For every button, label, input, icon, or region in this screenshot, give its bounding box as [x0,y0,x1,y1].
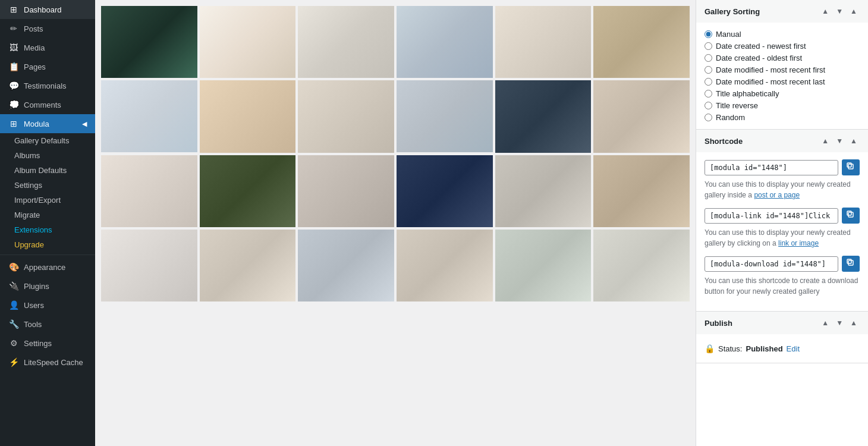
svg-rect-4 [848,260,853,265]
gallery-item[interactable] [101,80,197,152]
sidebar-item-litespeed[interactable]: ⚡ LiteSpeed Cache [0,353,95,372]
sidebar-subitem-extensions[interactable]: Extensions [0,222,95,237]
tools-icon: 🔧 [8,319,19,329]
media-icon: 🖼 [8,43,19,52]
gallery-item[interactable] [397,6,493,78]
sorting-collapse-btn[interactable]: ▲ [848,6,860,17]
download-shortcode-desc: You can use this shortcode to create a d… [705,275,860,297]
link-shortcode-link[interactable]: link or image [778,239,819,247]
sidebar-item-appearance[interactable]: 🎨 Appearance [0,257,95,277]
gallery-item[interactable] [593,6,690,78]
link-shortcode-copy-btn[interactable] [842,208,860,224]
gallery-item[interactable] [495,6,592,78]
sidebar-subitem-settings[interactable]: Settings [0,178,95,193]
sort-title-reverse[interactable]: Title reverse [705,101,860,110]
sidebar-subitem-import-export[interactable]: Import/Export [0,193,95,208]
basic-shortcode-field [705,159,860,175]
sidebar-subitem-album-defaults[interactable]: Album Defaults [0,163,95,178]
sidebar-item-posts[interactable]: ✏ Posts [0,19,95,38]
gallery-item[interactable] [200,155,296,227]
gallery-sorting-content: Manual Date created - newest first Date … [696,23,868,129]
svg-rect-3 [847,211,851,215]
sidebar-item-users[interactable]: 👤 Users [0,296,95,315]
gallery-item[interactable] [495,80,592,152]
sorting-down-btn[interactable]: ▼ [834,6,845,17]
sidebar-subitem-migrate[interactable]: Migrate [0,208,95,222]
sidebar-item-comments[interactable]: 💭 Comments [0,95,95,114]
shortcode-collapse-btn[interactable]: ▲ [848,136,860,146]
publish-edit-link[interactable]: Edit [787,344,800,353]
sidebar-item-pages[interactable]: 📋 Pages [0,57,95,76]
sidebar-item-dashboard[interactable]: ⊞ Dashboard [0,0,95,19]
sort-date-mod-recent[interactable]: Date modified - most recent first [705,65,860,74]
gallery-item[interactable] [298,155,394,227]
basic-shortcode-link[interactable]: post or a page [754,191,800,199]
modula-icon: ⊞ [8,119,19,128]
gallery-item[interactable] [593,80,690,152]
basic-shortcode-copy-btn[interactable] [842,159,860,175]
gallery-item[interactable] [495,155,592,227]
shortcode-up-btn[interactable]: ▲ [819,136,831,146]
sidebar-subitem-albums[interactable]: Albums [0,148,95,163]
publish-up-btn[interactable]: ▲ [819,318,831,328]
gallery-item[interactable] [298,6,394,78]
sidebar-subitem-upgrade[interactable]: Upgrade [0,237,95,252]
gallery-sorting-title: Gallery Sorting [705,7,760,16]
gallery-item[interactable] [101,155,197,227]
publish-down-btn[interactable]: ▼ [834,318,845,328]
sort-random[interactable]: Random [705,113,860,122]
testimonials-icon: 💬 [8,81,19,90]
posts-icon: ✏ [8,24,19,33]
sorting-controls: ▲ ▼ ▲ [819,6,860,17]
gallery-item[interactable] [200,80,296,152]
gallery-item[interactable] [101,230,197,301]
sidebar-item-settings[interactable]: ⚙ Settings [0,334,95,353]
sidebar-item-media[interactable]: 🖼 Media [0,38,95,57]
gallery-sorting-header[interactable]: Gallery Sorting ▲ ▼ ▲ [696,0,868,23]
gallery-item[interactable] [200,230,296,301]
download-shortcode-copy-btn[interactable] [842,256,860,272]
gallery-item[interactable] [397,155,493,227]
download-shortcode-input[interactable] [705,256,838,272]
sort-title-alpha[interactable]: Title alphabetically [705,89,860,98]
link-shortcode-field [705,208,860,224]
gallery-grid [101,6,690,301]
sorting-up-btn[interactable]: ▲ [819,6,831,17]
sidebar-item-plugins[interactable]: 🔌 Plugins [0,277,95,296]
svg-rect-0 [848,164,853,169]
sort-date-mod-last[interactable]: Date modified - most recent last [705,77,860,86]
gallery-item[interactable] [593,155,690,227]
users-icon: 👤 [8,300,19,310]
status-label: Status: [718,344,742,353]
litespeed-icon: ⚡ [8,357,19,367]
publish-header[interactable]: Publish ▲ ▼ ▲ [696,312,868,334]
sort-date-oldest[interactable]: Date created - oldest first [705,54,860,62]
gallery-item[interactable] [298,230,394,301]
sidebar-item-modula[interactable]: ⊞ Modula ◀ [0,114,95,133]
shortcode-header[interactable]: Shortcode ▲ ▼ ▲ [696,130,868,152]
sort-manual[interactable]: Manual [705,30,860,39]
shortcode-down-btn[interactable]: ▼ [834,136,845,146]
sidebar-item-testimonials[interactable]: 💬 Testimonials [0,76,95,95]
publish-collapse-btn[interactable]: ▲ [848,318,860,328]
shortcode-title: Shortcode [705,137,743,146]
gallery-item[interactable] [101,6,197,78]
publish-controls: ▲ ▼ ▲ [819,318,860,328]
sidebar-subitem-gallery-defaults[interactable]: Gallery Defaults [0,133,95,148]
sort-date-newest[interactable]: Date created - newest first [705,42,860,51]
basic-shortcode-input[interactable] [705,160,838,175]
status-icon: 🔒 [705,344,715,353]
link-shortcode-desc: You can use this to display your newly c… [705,227,860,249]
sidebar-item-tools[interactable]: 🔧 Tools [0,315,95,334]
download-shortcode-field [705,256,860,272]
status-value: Published [746,344,782,353]
gallery-item[interactable] [298,80,394,152]
gallery-item[interactable] [397,230,493,301]
gallery-item[interactable] [397,80,493,152]
gallery-item[interactable] [200,6,296,78]
gallery-item[interactable] [593,230,690,301]
link-shortcode-input[interactable] [705,208,838,224]
gallery-item[interactable] [495,230,592,301]
svg-rect-2 [848,212,853,217]
main-content: Gallery Sorting ▲ ▼ ▲ Manual Date create… [95,0,868,446]
